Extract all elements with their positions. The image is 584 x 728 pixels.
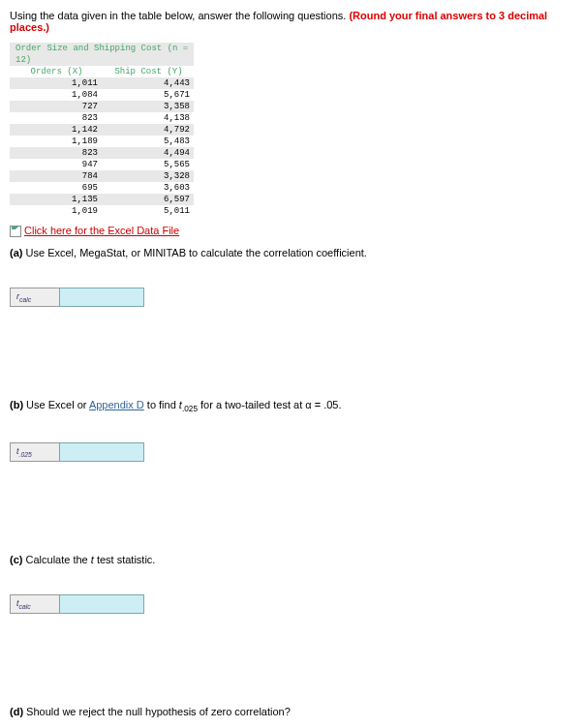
qd-text: Should we reject the null hypothesis of … — [23, 706, 291, 717]
intro-main: Using the data given in the table below,… — [10, 10, 349, 21]
table-row: 3,328 — [102, 170, 194, 182]
table-row: 3,603 — [102, 182, 194, 194]
table-row: 727 — [10, 101, 102, 112]
t025-input[interactable] — [60, 442, 144, 462]
qb-label: (b) — [10, 399, 23, 410]
question-a: (a) Use Excel, MegaStat, or MINITAB to c… — [10, 247, 574, 258]
excel-icon — [10, 226, 21, 237]
table-row: 784 — [10, 170, 102, 182]
table-row: 4,494 — [102, 147, 194, 159]
question-d: (d) Should we reject the null hypothesis… — [10, 706, 574, 717]
table-row: 4,792 — [102, 124, 194, 136]
table-row: 1,135 — [10, 194, 102, 205]
col-header-x: Orders (X) — [10, 66, 102, 77]
question-b: (b) Use Excel or Appendix D to find t.02… — [10, 399, 574, 413]
table-row: 1,019 — [10, 205, 102, 217]
tcalc-input[interactable] — [60, 594, 144, 614]
table-row: 4,443 — [102, 77, 194, 89]
table-row: 1,142 — [10, 124, 102, 136]
col-header-y: Ship Cost (Y) — [102, 66, 194, 77]
table-title: Order Size and Shipping Cost (n = 12) — [10, 43, 194, 66]
input-row-a: rcalc — [10, 288, 574, 307]
qc-label: (c) — [10, 554, 22, 565]
question-c: (c) Calculate the t test statistic. — [10, 554, 574, 565]
qb-post1: to find — [144, 399, 179, 410]
rcalc-label: rcalc — [10, 288, 60, 307]
qd-label: (d) — [10, 706, 23, 717]
qc-pre: Calculate the — [22, 554, 90, 565]
table-row: 695 — [10, 182, 102, 194]
qb-pre: Use Excel or — [23, 399, 89, 410]
qc-post: test statistic. — [94, 554, 156, 565]
table-row: 5,565 — [102, 159, 194, 170]
excel-data-link[interactable]: Click here for the Excel Data File — [24, 225, 179, 236]
qa-label: (a) — [10, 247, 22, 258]
table-row: 5,483 — [102, 136, 194, 147]
table-row: 823 — [10, 147, 102, 159]
input-row-c: tcalc — [10, 594, 574, 614]
table-row: 5,011 — [102, 205, 194, 217]
t025-label: t.025 — [10, 442, 60, 462]
input-row-b: t.025 — [10, 442, 574, 462]
table-row: 823 — [10, 112, 102, 124]
table-row: 1,011 — [10, 77, 102, 89]
intro-text: Using the data given in the table below,… — [10, 10, 574, 33]
table-row: 947 — [10, 159, 102, 170]
table-row: 3,358 — [102, 101, 194, 112]
data-table: Order Size and Shipping Cost (n = 12) Or… — [10, 43, 194, 217]
excel-link-row: Click here for the Excel Data File — [10, 225, 574, 237]
qb-tsub: .025 — [182, 405, 198, 413]
table-row: 1,189 — [10, 136, 102, 147]
table-row: 6,597 — [102, 194, 194, 205]
tcalc-label: tcalc — [10, 594, 60, 614]
table-row: 5,671 — [102, 89, 194, 101]
appendix-link[interactable]: Appendix D — [89, 399, 144, 410]
table-row: 1,084 — [10, 89, 102, 101]
table-row: 4,138 — [102, 112, 194, 124]
qb-post2: for a two-tailed test at α = .05. — [198, 399, 342, 410]
qa-text: Use Excel, MegaStat, or MINITAB to calcu… — [22, 247, 366, 258]
rcalc-input[interactable] — [60, 288, 144, 307]
